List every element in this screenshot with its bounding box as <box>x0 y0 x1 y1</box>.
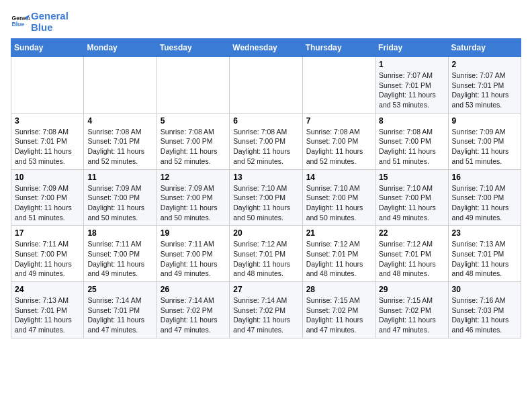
calendar-cell: 21Sunrise: 7:12 AMSunset: 7:01 PMDayligh… <box>302 226 375 282</box>
day-info: Sunrise: 7:14 AMSunset: 7:02 PMDaylight:… <box>161 295 226 335</box>
day-number: 19 <box>161 228 226 238</box>
calendar-cell: 5Sunrise: 7:08 AMSunset: 7:00 PMDaylight… <box>157 113 229 169</box>
day-number: 21 <box>306 228 371 238</box>
calendar-week-row: 17Sunrise: 7:11 AMSunset: 7:00 PMDayligh… <box>11 226 521 282</box>
calendar-table: SundayMondayTuesdayWednesdayThursdayFrid… <box>11 38 521 338</box>
day-number: 20 <box>233 228 298 238</box>
calendar-week-row: 10Sunrise: 7:09 AMSunset: 7:00 PMDayligh… <box>11 169 521 226</box>
day-number: 3 <box>15 116 80 126</box>
weekday-header: Monday <box>84 39 157 57</box>
calendar-cell: 9Sunrise: 7:09 AMSunset: 7:00 PMDaylight… <box>448 113 521 169</box>
calendar-cell: 26Sunrise: 7:14 AMSunset: 7:02 PMDayligh… <box>157 282 229 338</box>
day-info: Sunrise: 7:07 AMSunset: 7:01 PMDaylight:… <box>379 71 444 110</box>
logo-subtext: Blue <box>31 22 69 34</box>
day-info: Sunrise: 7:15 AMSunset: 7:02 PMDaylight:… <box>306 295 371 335</box>
calendar-cell <box>84 57 157 113</box>
calendar-header-row: SundayMondayTuesdayWednesdayThursdayFrid… <box>11 39 521 57</box>
calendar-cell <box>230 57 302 113</box>
calendar-cell: 18Sunrise: 7:11 AMSunset: 7:00 PMDayligh… <box>84 226 157 282</box>
calendar-cell: 28Sunrise: 7:15 AMSunset: 7:02 PMDayligh… <box>302 282 375 338</box>
day-info: Sunrise: 7:13 AMSunset: 7:01 PMDaylight:… <box>15 295 80 335</box>
calendar-week-row: 1Sunrise: 7:07 AMSunset: 7:01 PMDaylight… <box>11 57 521 113</box>
day-number: 1 <box>379 60 444 69</box>
day-number: 10 <box>15 173 80 182</box>
day-number: 16 <box>452 173 517 182</box>
day-info: Sunrise: 7:10 AMSunset: 7:00 PMDaylight:… <box>379 183 444 223</box>
calendar-cell <box>157 57 229 113</box>
svg-text:Blue: Blue <box>12 21 25 28</box>
day-number: 24 <box>15 285 80 294</box>
day-number: 5 <box>161 116 226 126</box>
calendar-cell: 16Sunrise: 7:10 AMSunset: 7:00 PMDayligh… <box>448 169 521 226</box>
calendar-week-row: 24Sunrise: 7:13 AMSunset: 7:01 PMDayligh… <box>11 282 521 338</box>
day-number: 25 <box>87 285 152 294</box>
day-info: Sunrise: 7:12 AMSunset: 7:01 PMDaylight:… <box>233 239 298 279</box>
day-number: 26 <box>161 285 226 294</box>
calendar-cell: 4Sunrise: 7:08 AMSunset: 7:01 PMDaylight… <box>84 113 157 169</box>
calendar-cell: 7Sunrise: 7:08 AMSunset: 7:00 PMDaylight… <box>302 113 375 169</box>
day-number: 15 <box>379 173 444 182</box>
day-info: Sunrise: 7:11 AMSunset: 7:00 PMDaylight:… <box>161 239 226 279</box>
day-info: Sunrise: 7:08 AMSunset: 7:01 PMDaylight:… <box>15 127 80 167</box>
calendar-cell: 20Sunrise: 7:12 AMSunset: 7:01 PMDayligh… <box>230 226 302 282</box>
day-info: Sunrise: 7:11 AMSunset: 7:00 PMDaylight:… <box>87 239 152 279</box>
day-info: Sunrise: 7:09 AMSunset: 7:00 PMDaylight:… <box>15 183 80 223</box>
day-info: Sunrise: 7:09 AMSunset: 7:00 PMDaylight:… <box>87 183 152 223</box>
calendar-cell: 13Sunrise: 7:10 AMSunset: 7:00 PMDayligh… <box>230 169 302 226</box>
calendar-cell: 15Sunrise: 7:10 AMSunset: 7:00 PMDayligh… <box>375 169 448 226</box>
day-info: Sunrise: 7:08 AMSunset: 7:00 PMDaylight:… <box>233 127 298 167</box>
weekday-header: Thursday <box>302 39 375 57</box>
day-info: Sunrise: 7:13 AMSunset: 7:01 PMDaylight:… <box>452 239 517 279</box>
day-number: 30 <box>452 285 517 294</box>
calendar-cell: 6Sunrise: 7:08 AMSunset: 7:00 PMDaylight… <box>230 113 302 169</box>
day-number: 7 <box>306 116 371 126</box>
day-number: 2 <box>452 60 517 69</box>
day-info: Sunrise: 7:11 AMSunset: 7:00 PMDaylight:… <box>15 239 80 279</box>
weekday-header: Sunday <box>11 39 84 57</box>
day-number: 14 <box>306 173 371 182</box>
day-number: 11 <box>87 173 152 182</box>
day-info: Sunrise: 7:08 AMSunset: 7:01 PMDaylight:… <box>87 127 152 167</box>
weekday-header: Saturday <box>448 39 521 57</box>
day-number: 29 <box>379 285 444 294</box>
day-number: 28 <box>306 285 371 294</box>
day-info: Sunrise: 7:16 AMSunset: 7:03 PMDaylight:… <box>452 295 517 335</box>
day-number: 13 <box>233 173 298 182</box>
logo-icon: General Blue <box>11 13 30 32</box>
logo: General Blue General Blue <box>11 11 69 33</box>
calendar-cell: 22Sunrise: 7:12 AMSunset: 7:01 PMDayligh… <box>375 226 448 282</box>
day-number: 23 <box>452 228 517 238</box>
day-info: Sunrise: 7:07 AMSunset: 7:01 PMDaylight:… <box>452 71 517 110</box>
calendar-cell: 24Sunrise: 7:13 AMSunset: 7:01 PMDayligh… <box>11 282 84 338</box>
weekday-header: Tuesday <box>157 39 229 57</box>
weekday-header: Wednesday <box>230 39 302 57</box>
logo-text: General <box>31 11 69 22</box>
calendar-week-row: 3Sunrise: 7:08 AMSunset: 7:01 PMDaylight… <box>11 113 521 169</box>
day-info: Sunrise: 7:15 AMSunset: 7:02 PMDaylight:… <box>379 295 444 335</box>
calendar-cell: 29Sunrise: 7:15 AMSunset: 7:02 PMDayligh… <box>375 282 448 338</box>
calendar-cell: 30Sunrise: 7:16 AMSunset: 7:03 PMDayligh… <box>448 282 521 338</box>
calendar-cell: 11Sunrise: 7:09 AMSunset: 7:00 PMDayligh… <box>84 169 157 226</box>
calendar-cell: 19Sunrise: 7:11 AMSunset: 7:00 PMDayligh… <box>157 226 229 282</box>
day-info: Sunrise: 7:14 AMSunset: 7:02 PMDaylight:… <box>233 295 298 335</box>
weekday-header: Friday <box>375 39 448 57</box>
calendar-cell <box>302 57 375 113</box>
day-info: Sunrise: 7:14 AMSunset: 7:01 PMDaylight:… <box>87 295 152 335</box>
calendar-cell: 27Sunrise: 7:14 AMSunset: 7:02 PMDayligh… <box>230 282 302 338</box>
day-info: Sunrise: 7:12 AMSunset: 7:01 PMDaylight:… <box>306 239 371 279</box>
calendar-cell: 23Sunrise: 7:13 AMSunset: 7:01 PMDayligh… <box>448 226 521 282</box>
day-info: Sunrise: 7:09 AMSunset: 7:00 PMDaylight:… <box>452 127 517 167</box>
day-info: Sunrise: 7:10 AMSunset: 7:00 PMDaylight:… <box>233 183 298 223</box>
day-number: 9 <box>452 116 517 126</box>
calendar-cell: 3Sunrise: 7:08 AMSunset: 7:01 PMDaylight… <box>11 113 84 169</box>
calendar-cell: 1Sunrise: 7:07 AMSunset: 7:01 PMDaylight… <box>375 57 448 113</box>
calendar-cell: 10Sunrise: 7:09 AMSunset: 7:00 PMDayligh… <box>11 169 84 226</box>
calendar-cell: 17Sunrise: 7:11 AMSunset: 7:00 PMDayligh… <box>11 226 84 282</box>
calendar-cell: 25Sunrise: 7:14 AMSunset: 7:01 PMDayligh… <box>84 282 157 338</box>
calendar-cell: 2Sunrise: 7:07 AMSunset: 7:01 PMDaylight… <box>448 57 521 113</box>
day-info: Sunrise: 7:09 AMSunset: 7:00 PMDaylight:… <box>161 183 226 223</box>
day-info: Sunrise: 7:08 AMSunset: 7:00 PMDaylight:… <box>379 127 444 167</box>
day-number: 22 <box>379 228 444 238</box>
calendar-cell: 14Sunrise: 7:10 AMSunset: 7:00 PMDayligh… <box>302 169 375 226</box>
day-number: 8 <box>379 116 444 126</box>
